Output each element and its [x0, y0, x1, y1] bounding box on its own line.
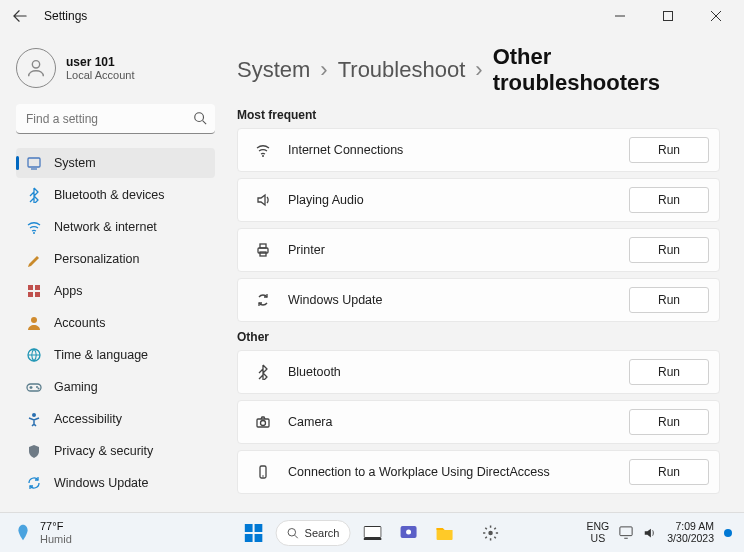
nav-item-apps[interactable]: Apps	[16, 276, 215, 306]
search-icon	[193, 111, 207, 125]
svg-point-20	[261, 421, 266, 426]
run-button[interactable]: Run	[629, 287, 709, 313]
weather-cond: Humid	[40, 533, 72, 545]
nav-item-privacy-security[interactable]: Privacy & security	[16, 436, 215, 466]
troubleshooter-card: CameraRun	[237, 400, 720, 444]
troubleshooter-card: Connection to a Workplace Using DirectAc…	[237, 450, 720, 494]
svg-point-15	[262, 155, 264, 157]
tray-lang[interactable]: ENG US	[587, 521, 610, 544]
game-icon	[26, 379, 42, 395]
taskview-icon	[363, 526, 381, 540]
troubleshooter-card: Internet ConnectionsRun	[237, 128, 720, 172]
taskbar-chat[interactable]	[394, 519, 422, 547]
taskbar-search[interactable]: Search	[276, 520, 351, 546]
main-panel: System › Troubleshoot › Other troublesho…	[225, 32, 744, 512]
breadcrumb-troubleshoot[interactable]: Troubleshoot	[338, 57, 466, 83]
taskbar-app[interactable]	[476, 519, 504, 547]
breadcrumb: System › Troubleshoot › Other troublesho…	[237, 44, 720, 96]
taskbar-explorer[interactable]	[430, 519, 458, 547]
svg-rect-3	[28, 158, 40, 167]
nav-item-time-language[interactable]: Time & language	[16, 340, 215, 370]
nav-item-accounts[interactable]: Accounts	[16, 308, 215, 338]
apps-icon	[26, 283, 42, 299]
svg-point-9	[31, 317, 37, 323]
bluetooth-icon	[26, 187, 42, 203]
svg-rect-18	[260, 252, 266, 256]
taskbar: 77°F Humid Search ENG US 7:09 AM 3/30/20…	[0, 512, 744, 552]
arrow-left-icon	[13, 9, 27, 23]
nav-item-system[interactable]: System	[16, 148, 215, 178]
back-button[interactable]	[8, 4, 32, 28]
breadcrumb-system[interactable]: System	[237, 57, 310, 83]
tray-notifications-icon[interactable]	[724, 529, 732, 537]
tray-network-icon[interactable]	[619, 526, 633, 540]
troubleshooter-label: Windows Update	[288, 293, 383, 307]
chevron-right-icon: ›	[475, 57, 482, 83]
speaker-icon	[252, 192, 274, 208]
nav-item-label: Windows Update	[54, 476, 149, 490]
svg-rect-5	[28, 285, 33, 290]
run-button[interactable]: Run	[629, 187, 709, 213]
troubleshooter-card: PrinterRun	[237, 228, 720, 272]
minimize-button[interactable]	[600, 4, 640, 28]
chevron-right-icon: ›	[320, 57, 327, 83]
weather-temp: 77°F	[40, 520, 72, 532]
nav-item-label: Gaming	[54, 380, 98, 394]
run-button[interactable]: Run	[629, 359, 709, 385]
nav-item-accessibility[interactable]: Accessibility	[16, 404, 215, 434]
svg-rect-17	[260, 244, 266, 248]
section-header: Most frequent	[237, 108, 720, 122]
troubleshooter-label: Bluetooth	[288, 365, 341, 379]
taskbar-weather[interactable]: 77°F Humid	[12, 520, 72, 544]
tray-clock[interactable]: 7:09 AM 3/30/2023	[667, 521, 714, 544]
minimize-icon	[615, 11, 625, 21]
taskbar-search-label: Search	[305, 527, 340, 539]
nav-item-windows-update[interactable]: Windows Update	[16, 468, 215, 498]
run-button[interactable]: Run	[629, 409, 709, 435]
close-button[interactable]	[696, 4, 736, 28]
person-icon	[25, 57, 47, 79]
weather-icon	[12, 522, 34, 544]
nav-item-label: Privacy & security	[54, 444, 153, 458]
troubleshooter-label: Camera	[288, 415, 332, 429]
sidebar: user 101 Local Account SystemBluetooth &…	[0, 32, 225, 512]
run-button[interactable]: Run	[629, 459, 709, 485]
search-icon	[287, 527, 299, 539]
svg-rect-7	[28, 292, 33, 297]
nav-item-label: Personalization	[54, 252, 139, 266]
svg-point-14	[32, 413, 36, 417]
wifi-icon	[252, 142, 274, 158]
svg-rect-28	[364, 526, 381, 537]
run-button[interactable]: Run	[629, 237, 709, 263]
svg-point-2	[195, 113, 204, 122]
svg-rect-23	[245, 524, 253, 532]
shield-icon	[26, 443, 42, 459]
taskbar-taskview[interactable]	[358, 519, 386, 547]
titlebar: Settings	[0, 0, 744, 32]
tray-volume-icon[interactable]	[643, 526, 657, 540]
nav-item-network-internet[interactable]: Network & internet	[16, 212, 215, 242]
troubleshooter-label: Playing Audio	[288, 193, 364, 207]
account-block[interactable]: user 101 Local Account	[16, 48, 215, 88]
svg-point-27	[288, 528, 296, 536]
globe-icon	[26, 347, 42, 363]
section-header: Other	[237, 330, 720, 344]
search-input[interactable]	[16, 104, 215, 134]
phone-icon	[252, 464, 274, 480]
nav-item-gaming[interactable]: Gaming	[16, 372, 215, 402]
folder-icon	[435, 525, 453, 541]
taskbar-center: Search	[240, 519, 505, 547]
nav-item-bluetooth-devices[interactable]: Bluetooth & devices	[16, 180, 215, 210]
nav-item-personalization[interactable]: Personalization	[16, 244, 215, 274]
maximize-button[interactable]	[648, 4, 688, 28]
start-button[interactable]	[240, 519, 268, 547]
camera-icon	[252, 414, 274, 430]
run-button[interactable]: Run	[629, 137, 709, 163]
avatar	[16, 48, 56, 88]
svg-rect-25	[245, 534, 253, 542]
svg-point-12	[36, 386, 38, 388]
wifi-icon	[26, 219, 42, 235]
svg-rect-8	[35, 292, 40, 297]
troubleshooter-label: Printer	[288, 243, 325, 257]
troubleshooter-card: BluetoothRun	[237, 350, 720, 394]
